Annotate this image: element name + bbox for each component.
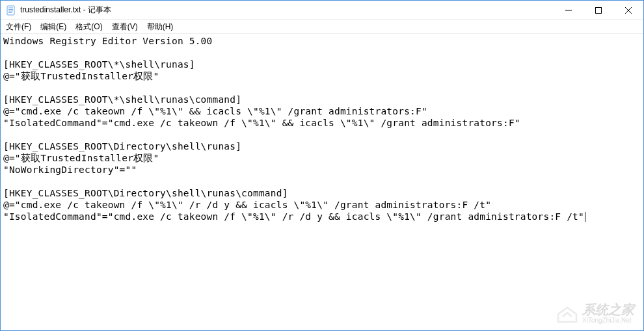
menu-help[interactable]: 帮助(H) (143, 20, 179, 34)
text-caret (585, 212, 585, 222)
text-line: "IsolatedCommand"="cmd.exe /c takeown /f… (3, 118, 520, 128)
text-line: @="获取TrustedInstaller权限" (3, 153, 159, 163)
text-line: "IsolatedCommand"="cmd.exe /c takeown /f… (3, 211, 584, 222)
text-line: [HKEY_CLASSES_ROOT\*\shell\runas] (3, 59, 195, 70)
text-line: @="cmd.exe /c takeown /f \"%1\" /r /d y … (3, 200, 491, 210)
menu-edit[interactable]: 编辑(E) (36, 20, 72, 34)
window-title: trustedinstaller.txt - 记事本 (20, 5, 111, 16)
close-button[interactable] (613, 1, 643, 20)
svg-rect-6 (596, 7, 602, 13)
menu-file[interactable]: 文件(F) (2, 20, 36, 34)
text-line: @="获取TrustedInstaller权限" (3, 71, 159, 81)
text-line: [HKEY_CLASSES_ROOT\*\shell\runas\command… (3, 94, 241, 105)
text-line: [HKEY_CLASSES_ROOT\Directory\shell\runas… (3, 188, 288, 198)
menu-format[interactable]: 格式(O) (72, 20, 107, 34)
text-line: @="cmd.exe /c takeown /f \"%1\" && icacl… (3, 106, 427, 116)
text-editor[interactable]: Windows Registry Editor Version 5.00 [HK… (1, 34, 643, 330)
titlebar[interactable]: trustedinstaller.txt - 记事本 (1, 1, 643, 20)
window-controls (554, 1, 643, 20)
maximize-button[interactable] (584, 1, 613, 20)
notepad-window: trustedinstaller.txt - 记事本 文件(F) 编辑(E) 格… (0, 0, 644, 331)
notepad-icon (6, 5, 16, 16)
menu-view[interactable]: 查看(V) (108, 20, 143, 34)
text-line: "NoWorkingDirectory"="" (3, 165, 137, 175)
minimize-button[interactable] (554, 1, 584, 20)
text-line: Windows Registry Editor Version 5.00 (3, 36, 212, 46)
svg-rect-0 (7, 6, 14, 15)
text-line: [HKEY_CLASSES_ROOT\Directory\shell\runas… (3, 141, 241, 152)
menubar: 文件(F) 编辑(E) 格式(O) 查看(V) 帮助(H) (1, 20, 643, 34)
